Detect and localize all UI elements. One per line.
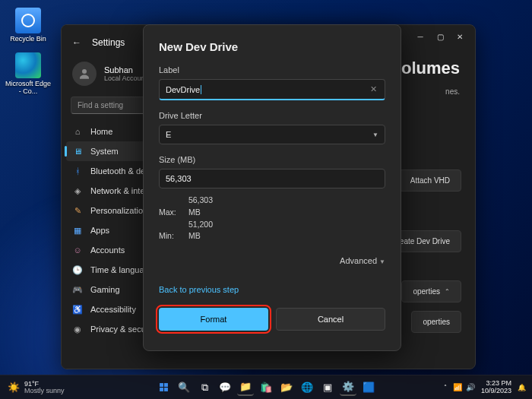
size-input[interactable]: 56,303	[159, 169, 385, 188]
recycle-bin-icon	[15, 8, 41, 33]
recycle-bin-label: Recycle Bin	[5, 36, 52, 43]
clock-icon: 🕒	[72, 264, 83, 275]
svg-rect-3	[160, 388, 163, 391]
label-input[interactable]: DevDrive ✕	[159, 79, 385, 100]
weather-widget[interactable]: ☀️ 91°F Mostly sunny	[0, 381, 65, 394]
edge-icon	[15, 52, 41, 78]
edge-taskbar-icon[interactable]: 🌐	[299, 379, 315, 396]
volume-tray-icon: 🔊	[466, 383, 475, 391]
svg-point-0	[82, 69, 87, 74]
task-view-button[interactable]: ⧉	[196, 379, 213, 396]
taskbar: ☀️ 91°F Mostly sunny 🔍 ⧉ 💬 📁 🛍️ 📂 🌐 ▣ ⚙️…	[0, 375, 532, 399]
settings-taskbar-icon[interactable]: ⚙️	[340, 379, 356, 396]
chevron-up-icon: ⌃	[445, 288, 450, 295]
edge-shortcut[interactable]: Microsoft Edge - Co...	[5, 52, 52, 96]
cancel-button[interactable]: Cancel	[276, 308, 385, 331]
recycle-bin[interactable]: Recycle Bin	[5, 8, 52, 43]
bluetooth-icon: ᚼ	[72, 166, 83, 176]
notifications-icon[interactable]: 🔔	[518, 384, 526, 391]
properties-row-1[interactable]: operties⌃	[401, 280, 461, 302]
clear-label-icon[interactable]: ✕	[369, 84, 378, 94]
wifi-icon: ◈	[72, 185, 83, 196]
app-taskbar-icon[interactable]: 🟦	[360, 379, 377, 396]
settings-title: Settings	[92, 37, 125, 48]
system-icon: 🖥	[72, 146, 83, 157]
user-sub: Local Account	[104, 74, 147, 82]
gaming-icon: 🎮	[72, 284, 83, 295]
size-limits: Max: 56,303 MB Min: 51,200 MB	[159, 195, 385, 242]
drive-letter-dropdown[interactable]: E ▼	[159, 125, 385, 144]
svg-rect-2	[164, 383, 168, 387]
volumes-heading: volumes	[392, 59, 460, 78]
taskbar-clock[interactable]: 3:23 PM 10/9/2023	[481, 380, 511, 395]
sun-icon: ☀️	[8, 382, 20, 393]
explorer2-taskbar-icon[interactable]: 📂	[278, 379, 295, 396]
widgets-button[interactable]: 💬	[217, 379, 233, 396]
accounts-icon: ☺	[72, 245, 83, 255]
shield-icon: ◉	[72, 324, 83, 334]
label-label: Label	[159, 65, 385, 74]
search-button[interactable]: 🔍	[176, 379, 192, 396]
home-icon: ⌂	[72, 126, 83, 137]
dialog-title: New Dev Drive	[159, 40, 385, 53]
tray-chevron-icon[interactable]: ˄	[444, 384, 447, 391]
chevron-down-icon: ▼	[379, 258, 385, 265]
back-link[interactable]: Back to previous step	[159, 285, 385, 294]
volumes-sub: nes.	[445, 87, 460, 96]
attach-vhd-button[interactable]: Attach VHD	[399, 169, 461, 192]
user-name: Subhan	[104, 65, 147, 74]
start-button[interactable]	[155, 379, 172, 396]
properties-row-2[interactable]: operties	[411, 311, 461, 333]
advanced-toggle[interactable]: Advanced ▼	[159, 256, 385, 265]
format-button[interactable]: Format	[159, 308, 268, 331]
svg-rect-4	[164, 388, 168, 391]
size-label: Size (MB)	[159, 155, 385, 164]
avatar-icon	[72, 62, 97, 86]
store-taskbar-icon[interactable]: 🛍️	[258, 379, 274, 396]
terminal-taskbar-icon[interactable]: ▣	[319, 379, 336, 396]
wifi-tray-icon: 📶	[453, 383, 462, 391]
brush-icon: ✎	[72, 205, 83, 216]
accessibility-icon: ♿	[72, 304, 83, 315]
chevron-down-icon: ▼	[372, 131, 378, 138]
back-arrow-icon[interactable]: ←	[72, 37, 81, 48]
svg-rect-1	[160, 383, 163, 387]
explorer-taskbar-icon[interactable]: 📁	[237, 379, 254, 396]
drive-letter-label: Drive Letter	[159, 111, 385, 120]
new-dev-drive-dialog: New Dev Drive Label DevDrive ✕ Drive Let…	[143, 24, 401, 351]
system-tray[interactable]: 📶 🔊	[453, 383, 475, 391]
edge-label: Microsoft Edge - Co...	[5, 81, 52, 96]
search-placeholder: Find a setting	[78, 101, 123, 109]
apps-icon: ▦	[72, 225, 83, 236]
